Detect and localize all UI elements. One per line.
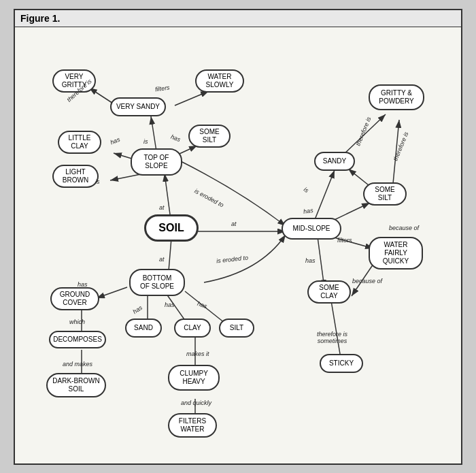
node-top-of-slope: TOP OFSLOPE <box>131 148 182 176</box>
label-filters-2: filters <box>337 237 352 244</box>
label-at-2: at <box>231 221 237 227</box>
node-light-brown: LIGHTBROWN <box>52 165 99 188</box>
node-mid-slope: MID-SLOPE <box>282 218 341 240</box>
node-sandy: SANDY <box>314 152 355 171</box>
node-gritty-powdery: GRITTY &POWDERY <box>369 84 424 110</box>
node-water-slowly: WATERSLOWLY <box>195 69 244 93</box>
node-water-fairly-quickly: WATERFAIRLYQUICKY <box>369 237 423 270</box>
node-some-silt-mid: SOMESILT <box>363 182 407 206</box>
label-therefore-is-2: therefore is <box>354 116 372 146</box>
svg-line-5 <box>175 91 209 105</box>
label-has-1: has <box>109 135 121 146</box>
node-some-clay: SOMECLAY <box>307 280 351 304</box>
node-filters-water: FILTERSWATER <box>168 413 217 438</box>
label-therefore-is-sometimes: therefore issometimes <box>317 331 347 344</box>
node-clumpy-heavy: CLUMPYHEAVY <box>168 365 220 391</box>
figure-box: Figure 1. <box>14 9 462 465</box>
label-filters-1: filters <box>154 84 170 93</box>
label-because-of-2: because of <box>352 278 382 284</box>
node-ground-cover: GROUNDCOVER <box>50 287 99 310</box>
svg-line-14 <box>97 287 127 298</box>
diagram: SOIL TOP OFSLOPE BOTTOMOF SLOPE MID-SLOP… <box>15 27 461 463</box>
label-has-2: has <box>170 133 182 142</box>
label-has-8: has <box>305 257 316 264</box>
label-is-3: is <box>303 186 310 194</box>
label-is-2: is <box>95 178 100 185</box>
label-therefore-is-3: therefore is <box>392 131 409 161</box>
node-little-clay: LITTLECLAY <box>58 131 101 154</box>
svg-line-17 <box>314 170 335 221</box>
label-makes-it: makes it <box>186 350 209 357</box>
label-has-4: has <box>165 301 175 308</box>
label-at-3: at <box>159 256 165 263</box>
label-has-7: has <box>303 207 313 215</box>
node-sand: SAND <box>125 319 162 338</box>
node-silt: SILT <box>219 319 254 338</box>
node-soil: SOIL <box>144 214 199 242</box>
node-bottom-of-slope: BOTTOMOF SLOPE <box>129 269 185 296</box>
figure-title: Figure 1. <box>15 10 461 27</box>
node-clay: CLAY <box>174 319 211 338</box>
label-has-5: has <box>197 300 208 310</box>
label-and-makes: and makes <box>63 361 92 368</box>
node-very-sandy: VERY SANDY <box>110 97 166 116</box>
label-and-quickly: and quickly <box>181 399 211 406</box>
label-which: which <box>69 319 85 325</box>
label-has-3: has <box>131 304 143 315</box>
node-some-silt-top: SOMESILT <box>188 125 231 148</box>
node-dark-brown-soil: DARK-BROWNSOIL <box>46 373 106 397</box>
label-has-6: has <box>78 281 88 288</box>
label-is-eroded-to-1: is eroded to <box>193 187 224 208</box>
label-is-eroded-to-2: is eroded to <box>216 254 249 264</box>
label-is-1: is <box>143 138 148 145</box>
label-because-of-1: because of <box>389 225 419 231</box>
node-sticky: STICKY <box>320 354 363 373</box>
label-at-1: at <box>159 204 165 211</box>
node-decomposes: DECOMPOSES <box>49 331 106 348</box>
